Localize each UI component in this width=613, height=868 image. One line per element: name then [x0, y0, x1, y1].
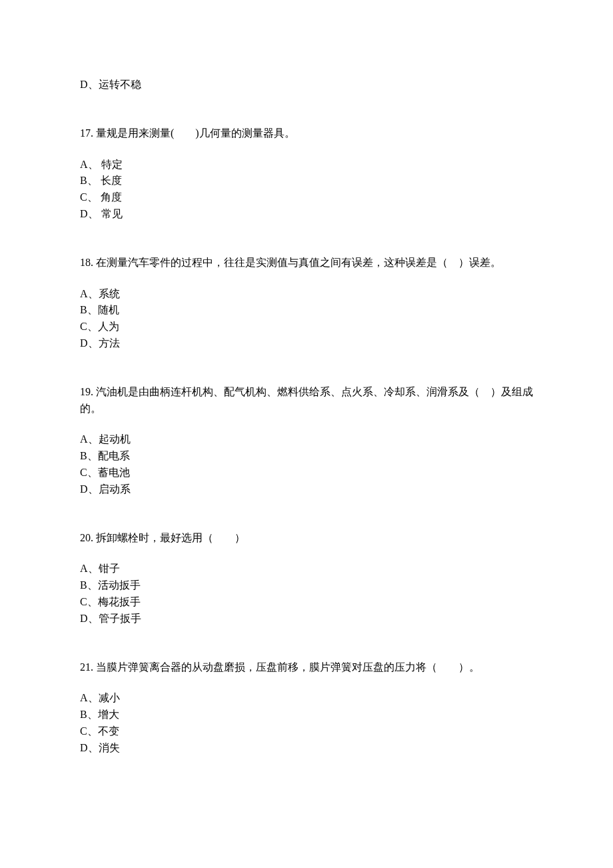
choice-b: B、增大 — [80, 707, 533, 723]
choice-b: B、配电系 — [80, 448, 533, 465]
question-number: 18. — [80, 257, 93, 268]
choice-a: A、系统 — [80, 286, 533, 303]
question-body: 拆卸螺栓时，最好选用（ ） — [96, 532, 245, 543]
question-text: 19. 汽油机是由曲柄连杆机构、配气机构、燃料供给系、点火系、冷却系、润滑系及（… — [80, 384, 533, 417]
choice-d: D、管子扳手 — [80, 611, 533, 627]
question-number: 21. — [80, 661, 93, 673]
choice-a: A、起动机 — [80, 431, 533, 448]
choice-c: C、蓄电池 — [80, 465, 533, 481]
question-number: 17. — [80, 127, 93, 139]
question-text: 20. 拆卸螺栓时，最好选用（ ） — [80, 530, 533, 547]
choice-d: D、启动系 — [80, 481, 533, 498]
question-number: 20. — [80, 532, 93, 543]
question-body: 当膜片弹簧离合器的从动盘磨损，压盘前移，膜片弹簧对压盘的压力将（ ）。 — [96, 661, 480, 673]
page-content: D、运转不稳 17. 量规是用来测量( )几何量的测量器具。 A、 特定 B、 … — [0, 0, 613, 757]
choice-d: D、 常见 — [80, 206, 533, 223]
choice-d: D、方法 — [80, 335, 533, 352]
question-body: 在测量汽车零件的过程中，往往是实测值与真值之间有误差，这种误差是（ ）误差。 — [96, 257, 501, 268]
choice-list: A、钳子 B、活动扳手 C、梅花扳手 D、管子扳手 — [80, 561, 533, 627]
question-text: 18. 在测量汽车零件的过程中，往往是实测值与真值之间有误差，这种误差是（ ）误… — [80, 255, 533, 271]
choice-b: B、 长度 — [80, 173, 533, 189]
choice-c: C、不变 — [80, 723, 533, 740]
choice-d: D、消失 — [80, 740, 533, 757]
choice-a: A、减小 — [80, 690, 533, 707]
choice-b: B、活动扳手 — [80, 577, 533, 594]
question-20: 20. 拆卸螺栓时，最好选用（ ） A、钳子 B、活动扳手 C、梅花扳手 D、管… — [80, 530, 533, 627]
question-text: 21. 当膜片弹簧离合器的从动盘磨损，压盘前移，膜片弹簧对压盘的压力将（ ）。 — [80, 659, 533, 676]
choice-list: A、起动机 B、配电系 C、蓄电池 D、启动系 — [80, 431, 533, 497]
question-body: 汽油机是由曲柄连杆机构、配气机构、燃料供给系、点火系、冷却系、润滑系及（ ）及组… — [80, 386, 533, 414]
question-19: 19. 汽油机是由曲柄连杆机构、配气机构、燃料供给系、点火系、冷却系、润滑系及（… — [80, 384, 533, 498]
choice-a: A、 特定 — [80, 157, 533, 173]
question-18: 18. 在测量汽车零件的过程中，往往是实测值与真值之间有误差，这种误差是（ ）误… — [80, 255, 533, 352]
orphan-choice-d: D、运转不稳 — [80, 77, 533, 93]
question-body: 量规是用来测量( )几何量的测量器具。 — [96, 127, 295, 139]
question-number: 19. — [80, 386, 93, 397]
choice-list: A、 特定 B、 长度 C、 角度 D、 常见 — [80, 157, 533, 223]
question-21: 21. 当膜片弹簧离合器的从动盘磨损，压盘前移，膜片弹簧对压盘的压力将（ ）。 … — [80, 659, 533, 757]
choice-list: A、减小 B、增大 C、不变 D、消失 — [80, 690, 533, 756]
choice-c: C、人为 — [80, 319, 533, 335]
choice-c: C、梅花扳手 — [80, 594, 533, 611]
question-text: 17. 量规是用来测量( )几何量的测量器具。 — [80, 125, 533, 142]
choice-b: B、随机 — [80, 302, 533, 319]
question-17: 17. 量规是用来测量( )几何量的测量器具。 A、 特定 B、 长度 C、 角… — [80, 125, 533, 223]
choice-c: C、 角度 — [80, 189, 533, 206]
choice-a: A、钳子 — [80, 561, 533, 577]
choice-list: A、系统 B、随机 C、人为 D、方法 — [80, 286, 533, 352]
